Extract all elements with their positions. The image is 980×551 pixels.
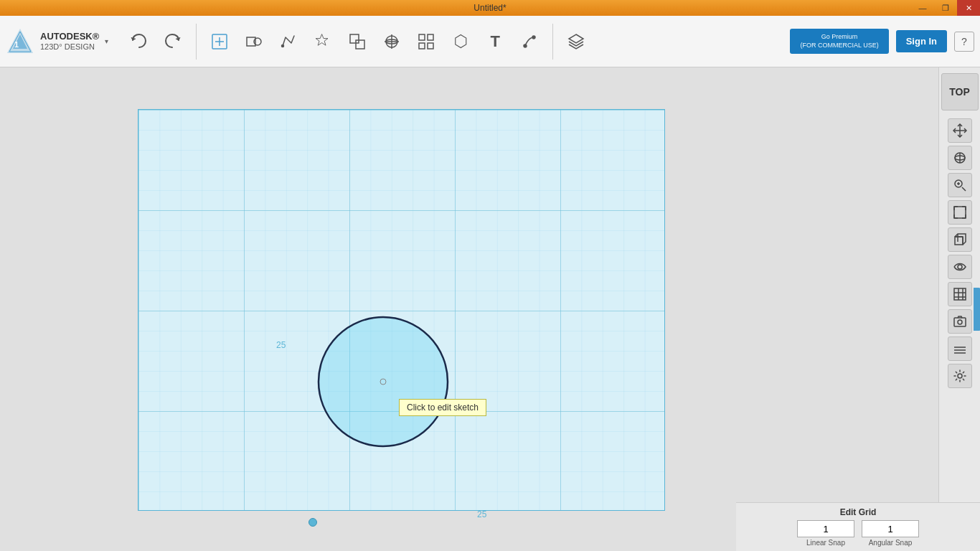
svg-line-34 [962, 187, 966, 191]
side-panel-tab[interactable] [974, 288, 980, 331]
svg-rect-25 [138, 110, 664, 510]
transform-button[interactable] [376, 22, 407, 61]
main-area: 25 25 Click to edit sketch TOP [0, 67, 980, 551]
svg-marker-10 [316, 34, 328, 45]
zoom-tool-button[interactable] [948, 173, 972, 197]
angular-snap-label: Angular Snap [869, 539, 913, 547]
view-cube-button[interactable] [948, 227, 972, 252]
modify-button[interactable] [307, 22, 339, 61]
primitives-button[interactable] [238, 22, 270, 61]
sketch-button[interactable] [273, 22, 304, 61]
view-mode-button[interactable] [948, 255, 972, 279]
edit-grid-panel: Edit Grid Linear Snap Angular Snap [736, 502, 980, 551]
angular-snap-input[interactable] [862, 520, 919, 537]
screenshot-button[interactable] [948, 309, 972, 334]
svg-rect-20 [428, 43, 433, 49]
material-button[interactable] [445, 22, 476, 61]
edit-grid-inputs: Linear Snap Angular Snap [743, 520, 973, 547]
toolbar-divider-1 [196, 24, 197, 60]
svg-rect-37 [954, 207, 966, 218]
grid-container: 25 25 Click to edit sketch [0, 67, 938, 551]
svg-rect-17 [419, 34, 425, 40]
top-view-button[interactable]: TOP [941, 73, 979, 110]
svg-point-53 [958, 374, 962, 378]
svg-point-49 [958, 320, 962, 324]
grid-lines-svg [138, 110, 664, 510]
svg-rect-38 [955, 237, 963, 245]
canvas-area[interactable]: 25 25 Click to edit sketch [0, 67, 938, 551]
window-controls: — ❐ ✕ [911, 0, 980, 16]
toolbar: 1 AUTODESK® 123D° DESIGN ▾ [0, 16, 980, 67]
edit-grid-title: Edit Grid [743, 507, 973, 517]
svg-rect-43 [954, 288, 966, 300]
layers-button[interactable] [560, 22, 592, 61]
grid-view-button[interactable] [948, 282, 972, 306]
autodesk-logo-icon: 1 [6, 27, 34, 56]
measure-button[interactable] [514, 22, 545, 61]
sign-in-button[interactable]: Sign In [896, 30, 947, 52]
coord-label-25-bottom: 25 [477, 509, 486, 519]
settings-button[interactable] [948, 364, 972, 388]
svg-rect-12 [356, 40, 364, 49]
close-button[interactable]: ✕ [957, 0, 980, 16]
restore-button[interactable]: ❐ [934, 0, 957, 16]
linear-snap-group: Linear Snap [797, 520, 854, 547]
svg-rect-19 [419, 43, 425, 49]
svg-marker-23 [569, 34, 583, 43]
svg-point-22 [532, 36, 535, 39]
svg-rect-18 [428, 34, 433, 40]
linear-snap-input[interactable] [797, 520, 854, 537]
new-sketch-button[interactable] [204, 22, 235, 61]
grid-background [138, 109, 665, 511]
title-bar: Untitled* — ❐ ✕ [0, 0, 980, 16]
logo-dropdown-arrow[interactable]: ▾ [105, 37, 108, 45]
help-button[interactable]: ? [954, 32, 974, 52]
right-panel: TOP [938, 67, 980, 551]
sketch-handle-dot[interactable] [308, 518, 317, 527]
minimize-button[interactable]: — [911, 0, 934, 16]
toolbar-divider-2 [552, 24, 553, 60]
svg-point-9 [282, 44, 284, 47]
svg-text:1: 1 [14, 40, 19, 49]
logo-area: 1 AUTODESK® 123D° DESIGN ▾ [6, 27, 108, 56]
show-hide-button[interactable] [948, 336, 972, 361]
orbit-tool-button[interactable] [948, 146, 972, 170]
redo-button[interactable] [157, 22, 189, 61]
coord-label-25-left: 25 [276, 340, 286, 350]
snap-button[interactable] [410, 22, 442, 61]
logo-text: AUTODESK® 123D° DESIGN [40, 31, 99, 52]
linear-snap-label: Linear Snap [806, 539, 845, 547]
svg-rect-48 [954, 318, 966, 326]
svg-rect-11 [350, 34, 359, 43]
undo-button[interactable] [123, 22, 154, 61]
text-button[interactable]: T [479, 22, 511, 61]
go-premium-button[interactable]: Go Premium (FOR COMMERCIAL USE) [790, 29, 888, 54]
pan-tool-button[interactable] [948, 118, 972, 143]
angular-snap-group: Angular Snap [862, 520, 919, 547]
svg-point-42 [958, 265, 962, 269]
window-title: Untitled* [473, 3, 506, 13]
svg-point-21 [524, 44, 527, 47]
fit-view-button[interactable] [948, 200, 972, 225]
combine-button[interactable] [341, 22, 373, 61]
